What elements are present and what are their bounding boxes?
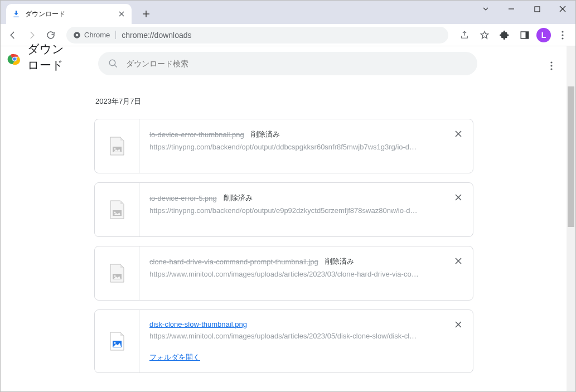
svg-rect-4	[526, 32, 529, 38]
svg-point-14	[550, 68, 552, 70]
svg-point-12	[550, 61, 552, 63]
download-item: io-device-error-5.png 削除済み https://tinyp…	[94, 182, 473, 237]
browser-toolbar: Chrome chrome://downloads L	[1, 24, 575, 46]
url-text: chrome://downloads	[122, 31, 191, 40]
window-controls	[473, 1, 575, 18]
remove-item-button[interactable]	[453, 128, 464, 139]
downloads-list: 2023年7月7日 io-device-error-thumbnail.png …	[94, 96, 473, 382]
status-label: 削除済み	[224, 193, 253, 203]
svg-point-22	[114, 342, 115, 343]
svg-point-6	[562, 34, 563, 36]
svg-point-2	[76, 33, 79, 36]
svg-point-18	[114, 212, 115, 214]
image-file-icon	[109, 137, 125, 156]
svg-point-16	[114, 148, 115, 150]
bookmark-icon[interactable]	[476, 27, 493, 43]
chrome-icon	[73, 31, 81, 39]
search-icon	[108, 59, 118, 69]
address-bar[interactable]: Chrome chrome://downloads	[66, 27, 448, 43]
search-input[interactable]	[126, 59, 467, 68]
extensions-icon[interactable]	[496, 27, 513, 43]
share-icon[interactable]	[456, 27, 473, 43]
remove-item-button[interactable]	[453, 319, 464, 330]
image-file-icon	[109, 200, 125, 219]
file-icon-area	[95, 310, 139, 372]
window-dropdown[interactable]	[473, 1, 498, 17]
site-chip: Chrome	[73, 31, 116, 39]
svg-point-11	[109, 60, 115, 66]
remove-item-button[interactable]	[453, 255, 464, 267]
vertical-scrollbar[interactable]	[567, 46, 575, 391]
search-bar[interactable]	[98, 52, 477, 75]
tab-title: ダウンロード	[25, 9, 117, 19]
scrollbar-thumb[interactable]	[568, 86, 574, 227]
window-close[interactable]	[550, 1, 575, 17]
browser-tab[interactable]: ダウンロード	[6, 4, 132, 24]
download-item: clone-hard-drive-via-command-prompt-thum…	[94, 246, 473, 301]
page-menu-button[interactable]	[543, 57, 560, 74]
svg-point-7	[562, 37, 563, 39]
filename: io-device-error-5.png	[149, 194, 217, 202]
new-tab-button[interactable]	[138, 6, 154, 22]
status-label: 削除済み	[251, 129, 280, 139]
download-item: io-device-error-thumbnail.png 削除済み https…	[94, 119, 473, 173]
file-icon-area	[95, 119, 139, 173]
window-maximize[interactable]	[524, 1, 550, 17]
tab-close-button[interactable]	[117, 9, 126, 18]
page-header: ダウンロード	[7, 41, 64, 74]
source-url[interactable]: https://www.minitool.com/images/uploads/…	[149, 270, 428, 278]
svg-point-5	[562, 31, 563, 32]
download-icon	[12, 9, 21, 18]
download-item: disk-clone-slow-thumbnail.png https://ww…	[94, 309, 473, 373]
window-titlebar: ダウンロード	[1, 1, 575, 24]
chrome-logo-icon	[7, 52, 22, 66]
source-url[interactable]: https://tinypng.com/backend/opt/output/d…	[149, 143, 428, 151]
page-title: ダウンロード	[27, 41, 64, 74]
remove-item-button[interactable]	[453, 192, 464, 203]
date-heading: 2023年7月7日	[95, 96, 473, 107]
show-in-folder-link[interactable]: フォルダを開く	[149, 352, 446, 362]
sidepanel-icon[interactable]	[516, 27, 533, 43]
svg-point-20	[114, 275, 115, 277]
browser-menu-button[interactable]	[554, 27, 571, 43]
source-url[interactable]: https://www.minitool.com/images/uploads/…	[149, 332, 428, 340]
svg-rect-0	[535, 7, 540, 12]
source-url[interactable]: https://tinypng.com/backend/opt/output/e…	[149, 206, 428, 215]
site-chip-label: Chrome	[84, 31, 110, 39]
window-minimize[interactable]	[498, 1, 524, 17]
page-content: ダウンロード 2023年7月7日 io-device-error-thumbna…	[1, 46, 575, 391]
status-label: 削除済み	[325, 257, 354, 267]
filename-link[interactable]: disk-clone-slow-thumbnail.png	[149, 320, 247, 328]
image-file-icon	[109, 264, 125, 283]
image-file-icon	[109, 332, 125, 351]
file-icon-area	[95, 246, 139, 300]
profile-avatar[interactable]: L	[536, 28, 551, 42]
file-icon-area	[95, 183, 139, 236]
filename: clone-hard-drive-via-command-prompt-thum…	[149, 258, 318, 266]
filename: io-device-error-thumbnail.png	[149, 130, 244, 139]
svg-point-13	[550, 65, 552, 66]
